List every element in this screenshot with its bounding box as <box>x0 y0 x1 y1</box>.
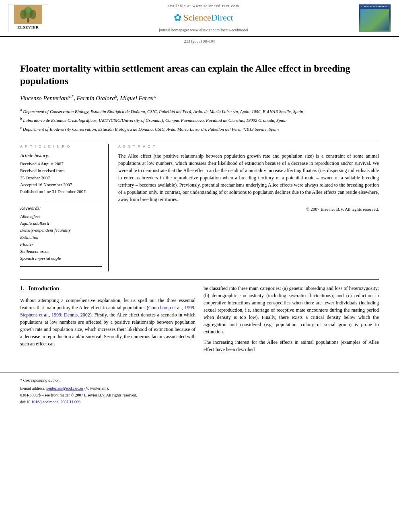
keyword-3: Density-dependent fecundity <box>20 227 102 233</box>
body-content: 1. Introduction Without attempting a com… <box>20 285 379 356</box>
corresponding-author-note: * Corresponding author. <box>20 378 379 383</box>
article-info-label: A R T I C L E I N F O <box>20 144 102 149</box>
doi-label: doi: <box>20 400 27 404</box>
intro-paragraph-3: The increasing interest for the Allee ef… <box>204 339 379 353</box>
journal-volume-info: 213 (2008) 98–104 <box>0 37 399 46</box>
article-info-panel: A R T I C L E I N F O Article history: R… <box>20 144 109 271</box>
doi-link[interactable]: 10.1016/j.ecolmodel.2007.11.009 <box>27 400 80 404</box>
svg-point-2 <box>20 10 27 19</box>
divider-1 <box>20 139 379 139</box>
journal-cover: ECOLOGICAL MODELLING <box>359 4 391 32</box>
sciencedirect-text: ScienceDirect <box>183 12 233 24</box>
author-email-link[interactable]: penteriani@ebd.csic.es <box>46 386 84 390</box>
keyword-4: Extinction <box>20 234 102 240</box>
history-revised-date: 25 October 2007 <box>20 175 102 181</box>
svg-point-3 <box>30 10 36 19</box>
body-left-col: 1. Introduction Without attempting a com… <box>20 285 195 356</box>
keywords-label: Keywords: <box>20 205 102 212</box>
history-label: Article history: <box>20 152 102 159</box>
sciencedirect-flower-icon: ✿ <box>174 11 182 25</box>
section-number: 1. <box>20 286 25 292</box>
cover-image <box>360 9 389 31</box>
affiliation-a: a Department of Conservation Biology, Es… <box>20 107 379 115</box>
abstract-text: The Allee effect (the positive relations… <box>118 152 379 203</box>
affiliation-c: c Department of Biodiversity Conservatio… <box>20 125 379 132</box>
author-otalora: Fermín Otalora <box>76 95 115 101</box>
author-ferrer: Miguel Ferrer <box>120 95 154 101</box>
divider-end-keywords <box>20 266 102 267</box>
keyword-5: Floater <box>20 241 102 247</box>
keyword-6: Settlement areas <box>20 249 102 255</box>
history-accepted: Accepted 16 November 2007 <box>20 182 102 188</box>
doi-footnote: doi:10.1016/j.ecolmodel.2007.11.009 <box>20 399 379 405</box>
history-received: Received 4 August 2007 <box>20 161 102 167</box>
affiliations: a Department of Conservation Biology, Es… <box>20 107 379 132</box>
cover-title: ECOLOGICAL MODELLING <box>361 6 388 8</box>
introduction-heading: 1. Introduction <box>20 285 195 293</box>
abstract-label: A B S T R A C T <box>118 144 379 149</box>
divider-body <box>20 279 379 280</box>
svg-rect-4 <box>27 18 29 23</box>
author-penteriani: Vincenzo Penteriani <box>20 95 69 101</box>
elsevier-logo-tree <box>14 5 42 24</box>
sciencedirect-logo: ✿ ScienceDirect <box>56 11 351 25</box>
available-at: available at www.sciencedirect.com <box>56 3 351 9</box>
divider-keywords <box>20 200 102 200</box>
authors: Vincenzo Penteriania,*, Fermín Otalorab,… <box>20 94 379 103</box>
keyword-2: Aquila adalberti <box>20 220 102 226</box>
ref-courchamp[interactable]: Courchamp et al., 1999; Stephens et al.,… <box>20 305 195 318</box>
journal-header: ELSEVIER available at www.sciencedirect.… <box>0 0 399 37</box>
body-right-col: be classified into three main categories… <box>204 285 379 356</box>
email-footnote: E-mail address: penteriani@ebd.csic.es (… <box>20 386 379 391</box>
header-center: available at www.sciencedirect.com ✿ Sci… <box>48 3 359 33</box>
issn-footnote: 0304-3800/$ – see front matter © 2007 El… <box>20 392 379 398</box>
page-footer: * Corresponding author. E-mail address: … <box>0 372 399 411</box>
article-info-abstract: A R T I C L E I N F O Article history: R… <box>20 144 379 271</box>
affiliation-b: b Laboratorio de Estudios Cristalográfic… <box>20 116 379 123</box>
keyword-1: Allee effect <box>20 214 102 220</box>
keyword-7: Spanish imperial eagle <box>20 255 102 261</box>
history-published: Published on line 31 December 2007 <box>20 189 102 195</box>
abstract-copyright: © 2007 Elsevier B.V. All rights reserved… <box>118 206 379 212</box>
intro-paragraph-1: Without attempting a comprehensive expla… <box>20 297 195 347</box>
article-title: Floater mortality within settlement area… <box>20 62 379 87</box>
main-content: Floater mortality within settlement area… <box>0 46 399 365</box>
svg-point-5 <box>26 6 31 13</box>
journal-homepage: journal homepage: www.elsevier.com/locat… <box>56 27 351 33</box>
section-title-text: Introduction <box>29 286 59 292</box>
history-revised-label: Received in revised form <box>20 168 102 174</box>
abstract-panel: A B S T R A C T The Allee effect (the po… <box>117 144 379 271</box>
intro-paragraph-2: be classified into three main categories… <box>204 285 379 335</box>
elsevier-logo: ELSEVIER <box>8 4 48 32</box>
elsevier-wordmark: ELSEVIER <box>17 25 39 30</box>
